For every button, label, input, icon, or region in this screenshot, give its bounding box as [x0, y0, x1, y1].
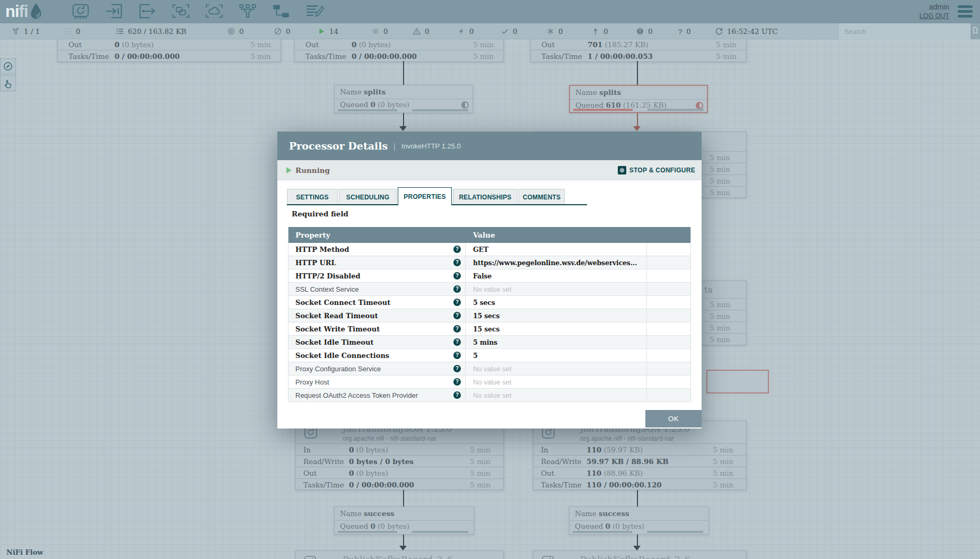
dialog-tabs: SETTINGSSCHEDULINGPROPERTIESRELATIONSHIP… — [287, 187, 566, 205]
connection-label-backpressure[interactable] — [706, 370, 769, 394]
locally-modified-icon — [546, 27, 555, 36]
status-count: 0 — [603, 27, 608, 36]
processor-stats-box[interactable]: Out0 (0 bytes)5 minTasks/Time0 / 00:00:0… — [57, 39, 281, 62]
help-icon[interactable]: ? — [453, 246, 461, 253]
help-icon[interactable]: ? — [453, 365, 461, 372]
processor-name: PublishKafkaRecord_2_6 — [580, 555, 690, 559]
table-row: HTTP URL?https://www.pegelonline.wsv.de/… — [288, 256, 690, 269]
property-name: HTTP/2 Disabled — [295, 272, 453, 280]
navigate-palette-toggle[interactable] — [0, 58, 16, 74]
table-header: Property Value — [288, 227, 690, 243]
status-count: 14 — [329, 27, 338, 36]
help-icon[interactable]: ? — [453, 312, 461, 319]
help-icon[interactable]: ? — [453, 272, 461, 280]
help-icon[interactable]: ? — [453, 352, 461, 359]
input-port-icon[interactable] — [104, 3, 124, 20]
running-icon — [317, 27, 326, 36]
template-icon[interactable] — [272, 3, 291, 20]
breadcrumb[interactable]: NiFi Flow — [6, 548, 43, 556]
process-group-icon[interactable] — [171, 3, 190, 20]
help-icon[interactable]: ? — [453, 378, 461, 386]
tab-comments[interactable]: COMMENTS — [519, 189, 565, 205]
processor[interactable]: PublishKafkaRecord_2_6 — [295, 551, 504, 559]
table-row: Socket Write Timeout?15 secs — [288, 322, 690, 336]
title-separator: | — [393, 142, 396, 151]
status-item-transmitting: 0 — [227, 23, 244, 39]
connection-label[interactable]: Name splits Queued 0 (0 bytes) — [334, 85, 473, 113]
search-input[interactable] — [839, 23, 970, 39]
status-corner-button[interactable] — [970, 23, 980, 39]
processor-icon[interactable] — [71, 3, 90, 20]
stat-row: Tasks/Time0 / 00:00:00.0005 min — [58, 50, 281, 62]
required-field-label: Required field — [292, 209, 348, 218]
status-item-stopped: 0 — [371, 23, 388, 39]
output-port-icon[interactable] — [138, 3, 157, 20]
status-count: 0 — [513, 27, 518, 36]
table-row: Socket Read Timeout?15 secs — [288, 309, 690, 322]
tab-properties[interactable]: PROPERTIES — [398, 187, 452, 205]
processor-stats-box[interactable]: Out701 (185.27 KB)5 minTasks/Time1 / 00:… — [530, 39, 747, 62]
refresh-status[interactable]: 16:52:42 UTC — [715, 23, 778, 39]
logo-text: ni — [5, 2, 19, 21]
status-count: 0 — [76, 27, 81, 36]
help-icon[interactable]: ? — [453, 391, 461, 399]
refresh-icon[interactable] — [715, 27, 723, 36]
property-value: No value set — [473, 391, 511, 399]
operate-palette-toggle[interactable] — [0, 75, 16, 91]
stopped-icon — [371, 27, 380, 36]
property-name: Socket Connect Timeout — [295, 299, 453, 307]
help-icon[interactable]: ? — [453, 299, 461, 306]
help-icon[interactable]: ? — [453, 338, 461, 346]
property-value: 5 secs — [473, 299, 495, 307]
label-icon[interactable] — [305, 3, 324, 20]
connection-label-backpressure[interactable]: Name splits Queued 610 (161.25 KB) — [569, 85, 708, 113]
load-balance-icon — [461, 101, 469, 109]
connection-line — [637, 535, 638, 547]
help-icon[interactable]: ? — [453, 259, 461, 266]
sync-failure-icon: ? — [678, 27, 682, 36]
transmitting-icon — [227, 27, 235, 36]
connection-label[interactable]: Name success Queued 0 (0 bytes) — [334, 506, 474, 535]
table-row: Socket Idle Timeout?5 mins — [288, 336, 690, 349]
help-icon[interactable]: ? — [453, 325, 461, 333]
processor-name: PublishKafkaRecord_2_6 — [343, 555, 452, 559]
report-icon — [972, 27, 979, 36]
menu-icon[interactable] — [958, 5, 973, 18]
processor-stats-box[interactable]: Out0 (0 bytes)5 minTasks/Time0 / 00:00:0… — [294, 39, 504, 62]
processor[interactable]: PublishKafkaRecord_2_6 — [533, 551, 747, 559]
stat-row: Tasks/Time110 / 00:00:00.1205 min — [533, 478, 746, 490]
funnel-icon[interactable] — [238, 3, 257, 20]
not-transmitting-icon — [274, 27, 282, 36]
tab-scheduling[interactable]: SCHEDULING — [339, 189, 397, 205]
status-count: 0 — [383, 27, 388, 36]
status-count: 620 / 163.82 KB — [128, 27, 186, 36]
property-value: 15 secs — [473, 325, 500, 333]
column-header-property: Property — [288, 231, 466, 239]
stop-and-configure-button[interactable]: STOP & CONFIGURE — [618, 160, 695, 180]
status-count: 0 — [558, 27, 563, 36]
search-box[interactable] — [839, 23, 970, 39]
remote-process-group-icon[interactable] — [205, 3, 224, 20]
help-icon[interactable]: ? — [453, 285, 461, 293]
table-row: SSL Context Service?No value set — [288, 283, 690, 296]
property-name: Socket Idle Connections — [295, 352, 453, 360]
property-value: GET — [473, 246, 488, 254]
logout-link[interactable]: LOG OUT — [920, 12, 949, 20]
property-value: No value set — [473, 378, 511, 386]
property-value: No value set — [473, 285, 511, 293]
connection-arrow — [399, 126, 407, 131]
last-refresh-time: 16:52:42 UTC — [727, 27, 778, 36]
processor[interactable]: JoltTransformJSON 1.25.0 org.apache.nifi… — [533, 421, 747, 490]
tab-settings[interactable]: SETTINGS — [287, 189, 338, 205]
table-row: Socket Connect Timeout?5 secs — [288, 296, 690, 309]
stat-row: Out701 (185.27 KB)5 min — [531, 39, 746, 50]
tab-relationships[interactable]: RELATIONSHIPS — [453, 189, 518, 205]
status-item-sync-failure: ?0 — [678, 23, 691, 39]
property-name: Socket Write Timeout — [295, 325, 453, 333]
stat-row: Tasks/Time0 / 00:00:00.0005 min — [296, 478, 503, 490]
connection-label[interactable]: Name success Queued 0 (0 bytes) — [569, 506, 709, 535]
ok-button[interactable]: OK — [645, 410, 702, 427]
processor[interactable]: JoltTransformJSON 1.25.0 org.apache.nifi… — [295, 421, 504, 490]
status-item-invalid: 0 — [413, 23, 430, 39]
property-value: 15 secs — [473, 312, 500, 320]
